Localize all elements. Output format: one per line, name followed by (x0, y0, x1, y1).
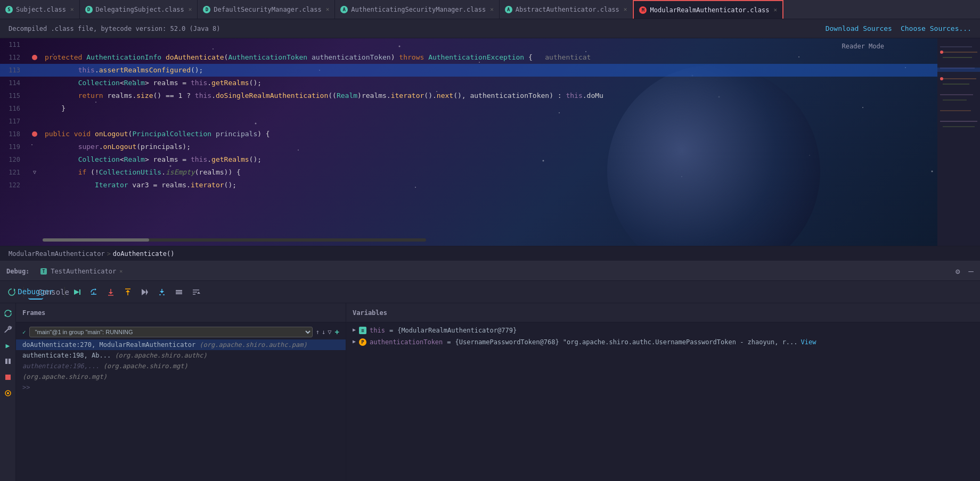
thread-down-icon[interactable]: ↓ (322, 328, 325, 336)
tab-close-delegating[interactable]: ✕ (189, 6, 192, 13)
tab-close-modular-realm[interactable]: ✕ (773, 6, 777, 13)
code-line-113: 113 this.assertRealmsConfigured(); (0, 64, 980, 77)
tab-bar: S Subject.class ✕ D DelegatingSubject.cl… (0, 0, 980, 19)
step-out-button[interactable] (120, 285, 135, 300)
tab-icon-subject: S (5, 6, 13, 13)
var-link-view[interactable]: View (801, 338, 816, 346)
svg-rect-31 (940, 94, 973, 95)
frame-item-3[interactable]: (org.apache.shiro.mgt) (16, 371, 346, 382)
var-expand-auth-token[interactable]: ▶ (353, 338, 356, 344)
line-number-119: 119 (0, 140, 27, 153)
line-number-118: 118 (0, 128, 27, 140)
line-gutter-114 (27, 77, 43, 89)
console-tab-button[interactable]: >_ Console (45, 285, 60, 300)
resume-button[interactable] (69, 285, 84, 300)
var-icon-auth-token: P (359, 338, 366, 346)
var-name-auth-token: authenticationToken (370, 338, 443, 346)
code-line-115: 115 return realms.size() == 1 ? this.doS… (0, 89, 980, 102)
svg-rect-30 (943, 84, 969, 85)
step-into-icon (107, 288, 115, 296)
coverage-icon (4, 389, 12, 397)
tab-close-abstract-auth[interactable]: ✕ (624, 6, 627, 13)
restart-button[interactable] (4, 285, 19, 300)
tab-close-subject[interactable]: ✕ (70, 6, 74, 13)
debug-session-tab[interactable]: T TestAuthenticator ✕ (36, 267, 127, 276)
line-gutter-111 (27, 38, 43, 51)
frame-item-1[interactable]: authenticate:198, Ab... (org.apache.shir… (16, 350, 346, 361)
tab-delegating[interactable]: D DelegatingSubject.class ✕ (80, 0, 198, 19)
var-expand-this[interactable]: ▶ (353, 327, 356, 333)
tab-subject[interactable]: S Subject.class ✕ (0, 0, 80, 19)
coverage-sidebar-icon[interactable] (2, 387, 14, 399)
line-code-116: } (43, 102, 980, 115)
breakpoint-112[interactable] (32, 55, 37, 60)
force-step-into-icon (158, 288, 166, 296)
line-gutter-112 (27, 51, 43, 64)
variables-sort-button[interactable] (189, 285, 203, 300)
var-name-this: this (370, 327, 385, 334)
svg-rect-36 (937, 68, 980, 72)
thread-add-icon[interactable]: + (335, 328, 339, 336)
code-line-116: 116 } (0, 102, 980, 115)
svg-rect-70 (5, 359, 7, 364)
decompiled-message: Decompiled .class file, bytecode version… (9, 25, 220, 32)
code-line-122: 122 Iterator var3 = realms.iterator(); (0, 179, 980, 192)
tab-label-default-security: DefaultSecurityManager.class (214, 6, 321, 13)
svg-point-38 (940, 77, 943, 80)
tab-label-abstract-auth: AbstractAuthenticator.class (516, 6, 619, 13)
line-number-114: 114 (0, 77, 27, 89)
var-item-auth-token[interactable]: ▶ P authenticationToken = {UsernamePassw… (346, 336, 980, 348)
run-to-cursor-icon (141, 288, 149, 296)
code-horizontal-scrollbar[interactable] (43, 238, 426, 242)
tab-icon-delegating: D (85, 6, 93, 13)
debug-settings-icon[interactable]: ⚙ (956, 267, 960, 276)
tab-close-authenticating[interactable]: ✕ (490, 6, 494, 13)
step-over-icon (89, 288, 98, 296)
frames-button[interactable] (172, 285, 186, 300)
thread-up-icon[interactable]: ↑ (316, 328, 320, 336)
variables-title: Variables (353, 309, 387, 317)
frames-header: Frames (16, 303, 346, 322)
debug-toolbar: Debugger >_ Console (0, 281, 980, 303)
thread-filter-icon[interactable]: ▽ (328, 328, 331, 336)
tab-close-default-security[interactable]: ✕ (326, 6, 330, 13)
tab-modular-realm[interactable]: M ModularRealmAuthenticator.class ✕ (633, 0, 783, 19)
code-area: Reader Mode 111 112 protected Authentica… (0, 38, 980, 246)
tab-abstract-auth[interactable]: A AbstractAuthenticator.class ✕ (500, 0, 633, 19)
download-sources-link[interactable]: Download Sources (826, 24, 892, 32)
run-to-cursor-button[interactable] (137, 285, 152, 300)
svg-marker-41 (14, 288, 15, 292)
step-into-button[interactable] (103, 285, 118, 300)
wrench-sidebar-icon[interactable] (2, 324, 14, 335)
debug-session-close[interactable]: ✕ (119, 268, 123, 274)
wrench-icon (4, 325, 12, 334)
tab-default-security[interactable]: D DefaultSecurityManager.class ✕ (198, 0, 335, 19)
play-sidebar-icon[interactable]: ▶ (2, 339, 14, 351)
debug-left-sidebar: ▶ (0, 303, 16, 481)
breadcrumb-class: ModularRealmAuthenticator (9, 250, 105, 258)
svg-rect-61 (176, 290, 182, 291)
force-step-into-button[interactable] (154, 285, 169, 300)
tab-authenticating[interactable]: A AuthenticatingSecurityManager.class ✕ (335, 0, 500, 19)
thread-dropdown[interactable]: "main"@1 in group "main": RUNNING (29, 327, 313, 337)
frame-item-0[interactable]: doAuthenticate:270, ModularRealmAuthenti… (16, 339, 346, 350)
choose-sources-link[interactable]: Choose Sources... (901, 24, 971, 32)
pause-sidebar-icon[interactable] (2, 355, 14, 367)
frame-item-2[interactable]: authenticate:196,... (org.apache.shiro.m… (16, 361, 346, 371)
toolbar-divider-2 (64, 287, 65, 297)
var-item-this[interactable]: ▶ ≡ this = {ModularRealmAuthenticator@77… (346, 325, 980, 336)
svg-rect-35 (943, 126, 975, 127)
tab-icon-abstract-auth: A (505, 6, 512, 13)
tab-icon-authenticating: A (340, 6, 348, 13)
line-code-120: Collection<Realm> realms = this.getRealm… (43, 153, 980, 166)
svg-rect-72 (5, 375, 11, 380)
code-scrollbar-thumb[interactable] (43, 238, 149, 242)
debug-minimize-icon[interactable]: — (968, 266, 974, 276)
line-gutter-120 (27, 153, 43, 166)
arrow-121: ▽ (33, 166, 36, 179)
stop-sidebar-icon[interactable] (2, 371, 14, 383)
tab-label-authenticating: AuthenticatingSecurityManager.class (351, 6, 486, 13)
step-over-button[interactable] (86, 285, 101, 300)
breakpoint-118[interactable] (32, 131, 37, 137)
refresh-sidebar-icon[interactable] (2, 308, 14, 319)
